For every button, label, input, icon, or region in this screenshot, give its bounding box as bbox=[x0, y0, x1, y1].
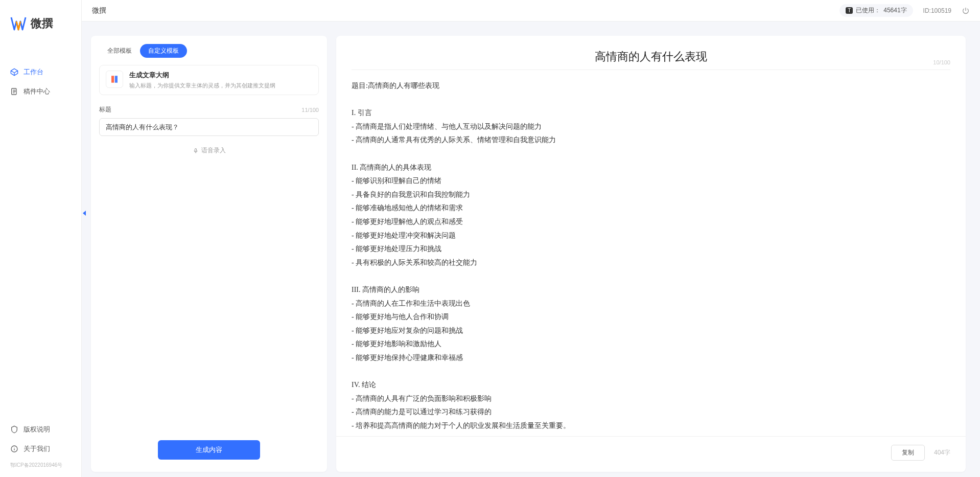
tab-all-templates[interactable]: 全部模板 bbox=[99, 44, 140, 58]
usage-label: 已使用： bbox=[856, 6, 880, 15]
nav-item-workspace[interactable]: 工作台 bbox=[0, 62, 81, 82]
word-count: 404字 bbox=[934, 448, 950, 457]
nav-item-label: 工作台 bbox=[24, 67, 43, 77]
usage-pill[interactable]: T 已使用： 45641字 bbox=[839, 4, 913, 17]
right-panel: 高情商的人有什么表现 10/100 题目:高情商的人有哪些表现 I. 引言 - … bbox=[336, 36, 966, 472]
content: 全部模板 自定义模板 生成文章大纲 输入标题，为你提供文章主体的灵感，并为其创建… bbox=[82, 21, 980, 477]
nav-item-label: 版权说明 bbox=[24, 425, 50, 434]
template-title: 生成文章大纲 bbox=[129, 71, 312, 80]
header-title: 微撰 bbox=[92, 6, 106, 15]
output-header: 高情商的人有什么表现 10/100 bbox=[336, 36, 966, 70]
voice-input-label: 语音录入 bbox=[201, 146, 226, 155]
nav-item-copyright[interactable]: 版权说明 bbox=[0, 420, 81, 439]
logo-icon bbox=[10, 15, 27, 32]
icp-text: 鄂ICP备2022016946号 bbox=[0, 459, 81, 472]
doc-icon bbox=[10, 87, 18, 96]
nav-main: 工作台 稿件中心 bbox=[0, 42, 81, 420]
info-icon bbox=[10, 445, 18, 453]
form-section: 标题 11/100 语音录入 bbox=[91, 95, 327, 155]
title-char-count: 11/100 bbox=[301, 107, 319, 113]
main: 微撰 T 已使用： 45641字 ID:100519 bbox=[82, 0, 980, 477]
title-input[interactable] bbox=[99, 118, 319, 136]
output-title-count: 10/100 bbox=[933, 59, 950, 65]
shield-icon bbox=[10, 425, 18, 434]
nav-item-about[interactable]: 关于我们 bbox=[0, 439, 81, 459]
generate-button[interactable]: 生成内容 bbox=[158, 440, 260, 460]
output-title: 高情商的人有什么表现 bbox=[352, 49, 950, 64]
svg-rect-2 bbox=[195, 148, 196, 151]
tab-custom-templates[interactable]: 自定义模板 bbox=[140, 44, 187, 58]
nav-item-drafts[interactable]: 稿件中心 bbox=[0, 82, 81, 101]
left-panel: 全部模板 自定义模板 生成文章大纲 输入标题，为你提供文章主体的灵感，并为其创建… bbox=[91, 36, 327, 472]
template-desc: 输入标题，为你提供文章主体的灵感，并为其创建推文提纲 bbox=[129, 82, 312, 89]
header-right: T 已使用： 45641字 ID:100519 bbox=[839, 4, 970, 17]
title-label: 标题 bbox=[99, 105, 111, 114]
sidebar: 微撰 工作台 稿件中心 版权说明 bbox=[0, 0, 82, 477]
output-footer: 复制 404字 bbox=[336, 436, 966, 472]
mic-icon bbox=[193, 148, 199, 154]
nav-item-label: 关于我们 bbox=[24, 444, 50, 453]
logo-text: 微撰 bbox=[31, 16, 53, 31]
usage-badge: T bbox=[846, 7, 853, 14]
logo: 微撰 bbox=[0, 0, 81, 42]
output-body[interactable]: 题目:高情商的人有哪些表现 I. 引言 - 高情商是指人们处理情绪、与他人互动以… bbox=[336, 70, 966, 436]
power-icon[interactable] bbox=[962, 7, 970, 15]
voice-input-button[interactable]: 语音录入 bbox=[99, 146, 319, 155]
copy-button[interactable]: 复制 bbox=[891, 445, 925, 461]
book-icon bbox=[106, 71, 123, 88]
nav-footer: 版权说明 关于我们 鄂ICP备2022016946号 bbox=[0, 420, 81, 477]
tabs: 全部模板 自定义模板 bbox=[91, 36, 327, 58]
usage-value: 45641字 bbox=[883, 6, 906, 15]
collapse-handle[interactable] bbox=[82, 206, 89, 221]
user-id: ID:100519 bbox=[923, 7, 951, 14]
header: 微撰 T 已使用： 45641字 ID:100519 bbox=[82, 0, 980, 21]
nav-item-label: 稿件中心 bbox=[24, 87, 50, 96]
cube-icon bbox=[10, 68, 18, 76]
template-card[interactable]: 生成文章大纲 输入标题，为你提供文章主体的灵感，并为其创建推文提纲 bbox=[99, 65, 319, 95]
